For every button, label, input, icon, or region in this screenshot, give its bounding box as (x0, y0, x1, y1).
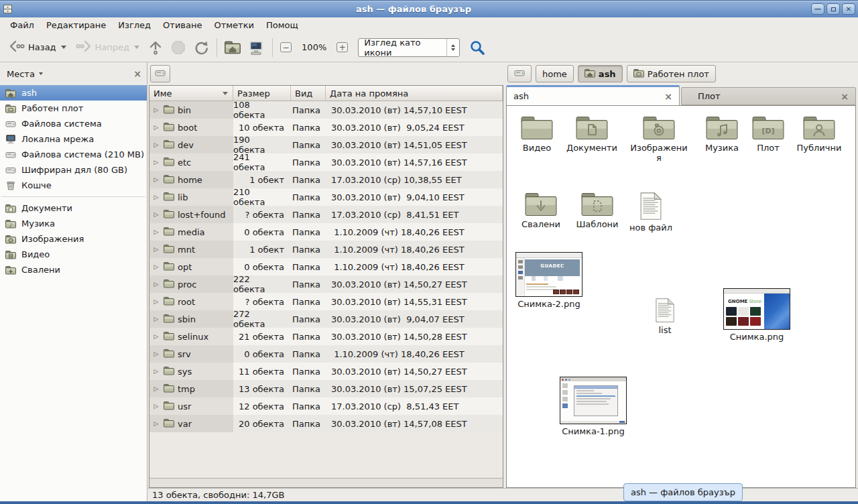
table-row[interactable]: ▷srv0 обектаПапка 1.10.2009 (чт) 18,40,2… (149, 345, 503, 363)
tab[interactable]: ash× (506, 85, 680, 105)
close-button[interactable]: ✕ (842, 3, 855, 15)
tab[interactable]: Плот× (681, 87, 856, 105)
expander-icon[interactable]: ▷ (152, 141, 160, 148)
forward-button[interactable]: Напред (71, 36, 144, 59)
menu-item[interactable]: Файл (4, 19, 40, 32)
expander-icon[interactable]: ▷ (152, 403, 160, 410)
table-row[interactable]: ▷var20 обектаПапка30.03.2010 (вт) 14,57,… (149, 415, 503, 432)
icon-view[interactable]: ВидеоДокументиИзображенияМузика[D]ПлотПу… (506, 105, 856, 488)
expander-icon[interactable]: ▷ (152, 368, 160, 375)
table-row[interactable]: ▷boot10 обектаПапка30.03.2010 (вт) 9,05,… (149, 119, 503, 136)
sidebar-close-icon[interactable]: × (133, 69, 141, 78)
expander-icon[interactable]: ▷ (152, 298, 160, 305)
sidebar-item[interactable]: Локална мрежа (0, 131, 147, 147)
reload-button[interactable] (190, 36, 212, 59)
icon-item[interactable]: Видео (516, 115, 558, 153)
icon-item[interactable]: Снимка-1.png (559, 377, 627, 436)
menu-item[interactable]: Изглед (112, 19, 157, 32)
sidebar-item[interactable]: Видео (0, 247, 147, 262)
menu-item[interactable]: Помощ (260, 19, 304, 32)
back-button[interactable]: Назад (4, 36, 71, 59)
expander-icon[interactable]: ▷ (152, 263, 160, 270)
go-up-button[interactable] (144, 36, 167, 59)
sidebar-item[interactable]: ash (0, 85, 147, 101)
table-row[interactable]: ▷etc241 обектаПапка30.03.2010 (вт) 14,57… (149, 153, 503, 171)
expander-icon[interactable]: ▷ (152, 281, 160, 288)
icon-item[interactable]: Изображения (630, 115, 688, 164)
sidebar-item[interactable]: Файлова система (0, 116, 147, 131)
sidebar-item[interactable]: Изображения (0, 231, 147, 247)
search-button[interactable] (465, 36, 489, 59)
table-row[interactable]: ▷tmp13 обектаПапка30.03.2010 (вт) 15,07,… (149, 380, 503, 397)
expander-icon[interactable]: ▷ (152, 385, 160, 392)
breadcrumb-button[interactable] (507, 65, 532, 82)
minimize-button[interactable]: — (811, 3, 824, 15)
icon-item[interactable]: нов файл (627, 192, 674, 233)
sidebar-item[interactable]: Файлова система (210 MB) (0, 147, 147, 162)
horizontal-scrollbar[interactable] (149, 478, 503, 487)
expander-icon[interactable]: ▷ (152, 176, 160, 183)
expander-icon[interactable]: ▷ (152, 229, 160, 235)
breadcrumb-button[interactable]: home (536, 65, 574, 82)
expander-icon[interactable]: ▷ (152, 211, 160, 218)
column-header[interactable]: Размер (233, 86, 291, 101)
table-row[interactable]: ▷home1 обектПапка17.03.2010 (ср) 10,38,5… (149, 171, 503, 188)
table-row[interactable]: ▷opt0 обектаПапка 1.10.2009 (чт) 18,40,2… (149, 258, 503, 275)
expander-icon[interactable]: ▷ (152, 420, 160, 427)
breadcrumb-button[interactable]: Работен плот (627, 65, 716, 82)
zoom-out-button[interactable]: − (277, 36, 295, 59)
menu-item[interactable]: Отметки (208, 19, 259, 32)
icon-item[interactable]: Шаблони (571, 192, 623, 229)
maximize-button[interactable] (826, 3, 840, 15)
table-row[interactable]: ▷root? обектаПапка30.03.2010 (вт) 14,55,… (149, 293, 503, 310)
column-header[interactable]: Име (149, 86, 233, 101)
icon-item[interactable]: Публични (790, 115, 849, 153)
sidebar-item[interactable]: Свалени (0, 262, 147, 277)
icon-item[interactable]: Музика (697, 115, 747, 153)
menu-item[interactable]: Отиване (157, 19, 208, 32)
menu-item[interactable]: Редактиране (40, 19, 112, 32)
expander-icon[interactable]: ▷ (152, 351, 160, 357)
sidebar-item[interactable]: Документи (0, 200, 147, 216)
sidebar-item[interactable]: Работен плот (0, 101, 147, 116)
table-row[interactable]: ▷proc222 обектаПапка30.03.2010 (вт) 14,5… (149, 275, 503, 293)
zoom-in-button[interactable]: + (333, 36, 351, 59)
breadcrumb-button[interactable]: ash (578, 65, 623, 82)
tab-close-icon[interactable]: × (841, 92, 849, 101)
expander-icon[interactable]: ▷ (152, 246, 160, 253)
icon-item[interactable]: [D]Плот (749, 115, 787, 153)
table-row[interactable]: ▷lost+found? обектаПапка17.03.2010 (ср) … (149, 206, 503, 223)
breadcrumb-root-button[interactable] (150, 65, 170, 82)
column-header[interactable]: Дата на промяна (326, 86, 503, 101)
expander-icon[interactable]: ▷ (152, 124, 160, 131)
view-mode-select[interactable]: Изглед като икони (358, 38, 460, 57)
icon-item[interactable]: list (645, 298, 685, 335)
table-row[interactable]: ▷sys11 обектаПапка30.03.2010 (вт) 14,50,… (149, 363, 503, 380)
icon-item[interactable]: GNOMEStore Снимка.png (719, 288, 795, 342)
computer-button[interactable] (244, 36, 268, 59)
home-button[interactable] (221, 36, 244, 59)
table-row[interactable]: ▷lib210 обектаПапка30.03.2010 (вт) 9,04,… (149, 188, 503, 206)
sidebar-item[interactable]: Кошче (0, 178, 147, 193)
places-selector[interactable]: Места (7, 69, 133, 79)
column-header[interactable]: Вид (291, 86, 326, 101)
table-row[interactable]: ▷sbin272 обектаПапка30.03.2010 (вт) 9,04… (149, 310, 503, 328)
table-row[interactable]: ▷media0 обектаПапка 1.10.2009 (чт) 18,40… (149, 223, 503, 241)
table-row[interactable]: ▷bin108 обектаПапка30.03.2010 (вт) 14,57… (149, 101, 503, 119)
icon-item[interactable]: Документи (560, 115, 623, 153)
table-row[interactable]: ▷mnt1 обектПапка 1.10.2009 (чт) 18,40,26… (149, 241, 503, 258)
expander-icon[interactable]: ▷ (152, 316, 160, 322)
table-row[interactable]: ▷selinux21 обектаПапка30.03.2010 (вт) 14… (149, 328, 503, 345)
titlebar[interactable]: ash — файлов браузър — ✕ (0, 0, 858, 17)
expander-icon[interactable]: ▷ (152, 159, 160, 166)
tab-close-icon[interactable]: × (664, 92, 672, 101)
expander-icon[interactable]: ▷ (152, 333, 160, 340)
sidebar-item[interactable]: Шифриран дял (80 GB) (0, 162, 147, 178)
stop-button[interactable] (167, 36, 190, 59)
table-row[interactable]: ▷dev190 обектаПапка30.03.2010 (вт) 14,51… (149, 136, 503, 153)
sidebar-item[interactable]: ♪Музика (0, 216, 147, 231)
expander-icon[interactable]: ▷ (152, 194, 160, 200)
table-row[interactable]: ▷usr12 обектаПапка17.03.2010 (ср) 8,51,4… (149, 397, 503, 415)
icon-item[interactable]: GUADEC Снимка-2.png (515, 252, 583, 309)
expander-icon[interactable]: ▷ (152, 107, 160, 113)
